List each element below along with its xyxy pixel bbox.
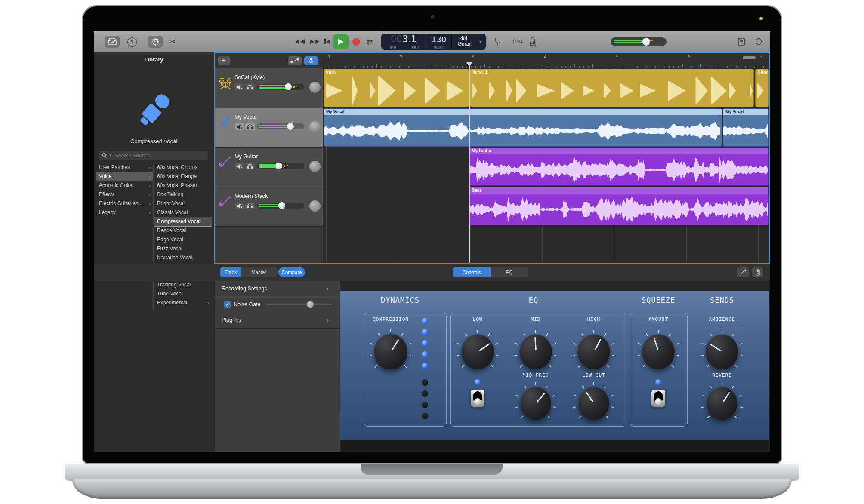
- notepad-button[interactable]: [736, 37, 747, 46]
- preset-item[interactable]: Tube Vocal›: [154, 289, 212, 298]
- pan-knob[interactable]: [309, 161, 321, 172]
- preset-item[interactable]: 60s Vocal Chorus›: [154, 163, 212, 172]
- plugins-view-button[interactable]: [752, 267, 763, 277]
- category-item[interactable]: Voice›: [96, 172, 153, 181]
- pan-knob[interactable]: [309, 82, 321, 93]
- preset-item[interactable]: Classic Vocal›: [154, 208, 212, 217]
- compare-button[interactable]: Compare: [278, 267, 305, 277]
- arrangement-grid[interactable]: Intro Verse 1 Chorus My Vocal: [323, 68, 769, 263]
- track-volume-slider[interactable]: [257, 163, 304, 169]
- master-volume-slider[interactable]: [611, 37, 667, 46]
- track-volume-slider[interactable]: [257, 203, 304, 209]
- eq-power-switch[interactable]: [471, 390, 484, 407]
- search-input[interactable]: [114, 152, 202, 159]
- preset-item[interactable]: Compressed Vocal›: [154, 217, 212, 226]
- volume-thumb[interactable]: [642, 38, 650, 46]
- plug-ins-row[interactable]: Plug-ins ›: [215, 312, 340, 329]
- high-knob[interactable]: [577, 334, 610, 369]
- preset-item[interactable]: Edge Vocal›: [154, 235, 212, 244]
- recording-settings-row[interactable]: Recording Settings ›: [215, 281, 340, 297]
- catch-playhead-button[interactable]: [304, 56, 318, 65]
- track-header-my-guitar[interactable]: My Guitar: [215, 148, 323, 187]
- preset-item[interactable]: Narration Vocal›: [154, 253, 212, 262]
- mute-button[interactable]: [235, 203, 244, 209]
- library-toggle-button[interactable]: [105, 36, 120, 48]
- editor-scissors-button[interactable]: ✂: [167, 37, 177, 47]
- squeeze-power-switch[interactable]: [651, 390, 665, 407]
- amount-knob[interactable]: [642, 334, 675, 369]
- region-bass[interactable]: Bass: [469, 187, 769, 225]
- preset-item[interactable]: Fuzz Vocal›: [154, 244, 212, 253]
- volume-thumb[interactable]: [275, 163, 282, 169]
- preset-item[interactable]: Bright Vocal›: [154, 199, 212, 208]
- play-button[interactable]: [333, 34, 349, 49]
- category-item[interactable]: Electric Guitar an...›: [96, 199, 153, 208]
- tab-master[interactable]: Master: [241, 267, 277, 277]
- pan-knob[interactable]: [309, 200, 321, 212]
- mid-freq-knob[interactable]: [520, 387, 551, 420]
- solo-button[interactable]: [245, 123, 255, 130]
- preset-item[interactable]: Tracking Vocal›: [154, 280, 212, 289]
- noise-gate-slider[interactable]: [266, 304, 331, 305]
- tuner-view-button[interactable]: [737, 267, 749, 277]
- help-button[interactable]: ?: [127, 37, 137, 47]
- solo-button[interactable]: [245, 203, 255, 209]
- preset-item[interactable]: Dance Vocal›: [154, 226, 212, 235]
- category-item[interactable]: Legacy›: [96, 208, 153, 217]
- track-header-my-vocal[interactable]: My Vocal: [215, 108, 323, 148]
- preset-item[interactable]: 60s Vocal Flange›: [154, 172, 212, 181]
- low-cut-knob[interactable]: [578, 387, 609, 420]
- noise-gate-checkbox[interactable]: ✓: [224, 301, 231, 308]
- category-item[interactable]: Effects›: [96, 190, 153, 199]
- region-my-guitar[interactable]: My Guitar: [469, 148, 769, 186]
- region-intro[interactable]: Intro: [324, 69, 469, 107]
- preset-item[interactable]: 60s Vocal Phaser›: [154, 181, 212, 190]
- go-to-beginning-button[interactable]: [324, 38, 331, 45]
- metronome-button[interactable]: [528, 37, 538, 46]
- playhead[interactable]: [469, 62, 470, 263]
- volume-thumb[interactable]: [287, 123, 294, 130]
- mid-knob[interactable]: [519, 334, 552, 369]
- cycle-button[interactable]: ⇄: [364, 37, 375, 46]
- rewind-button[interactable]: [294, 38, 305, 45]
- smart-controls-button[interactable]: [148, 36, 163, 48]
- horizontal-zoom-scrollbar[interactable]: [743, 56, 756, 59]
- track-volume-slider[interactable]: [257, 123, 304, 129]
- tab-controls[interactable]: Controls: [453, 267, 491, 277]
- timeline-ruler[interactable]: 1234567: [323, 53, 769, 69]
- volume-thumb[interactable]: [278, 202, 285, 209]
- tab-track[interactable]: Track: [220, 267, 241, 277]
- track-header-socal[interactable]: SoCal (Kyle): [215, 68, 323, 108]
- region-verse1[interactable]: Verse 1: [470, 69, 754, 107]
- lcd-display[interactable]: 003.1 BAR BEAT 130 TEMPO 4/4 Gmaj ▼: [381, 34, 486, 50]
- tuner-button[interactable]: [493, 37, 503, 46]
- record-button[interactable]: [352, 37, 361, 46]
- lcd-chevron-down-icon[interactable]: ▼: [476, 34, 485, 50]
- mute-button[interactable]: [235, 84, 244, 90]
- noise-gate-thumb[interactable]: [307, 301, 314, 308]
- region-my-vocal-2[interactable]: My Vocal: [723, 108, 769, 147]
- mute-button[interactable]: [235, 123, 244, 130]
- search-sounds-box[interactable]: ▼: [99, 151, 208, 160]
- add-track-button[interactable]: +: [218, 56, 230, 65]
- preset-item[interactable]: Experimental›: [154, 298, 212, 307]
- solo-button[interactable]: [245, 84, 255, 90]
- loop-browser-button[interactable]: [753, 37, 764, 46]
- automation-button[interactable]: [288, 56, 302, 65]
- mute-button[interactable]: [235, 163, 244, 169]
- region-my-vocal-1[interactable]: My Vocal: [324, 108, 722, 147]
- category-item[interactable]: Acoustic Guitar›: [96, 181, 153, 190]
- tab-eq[interactable]: EQ: [491, 267, 528, 277]
- preset-item[interactable]: Box Talking›: [154, 190, 212, 199]
- low-knob[interactable]: [461, 334, 494, 369]
- category-item[interactable]: User Patches›: [96, 163, 153, 172]
- track-header-modern-stack[interactable]: Modern Stack: [215, 187, 323, 227]
- ambience-knob[interactable]: [706, 334, 738, 369]
- region-chorus[interactable]: Chorus: [755, 69, 769, 107]
- compression-knob[interactable]: [374, 334, 407, 370]
- forward-button[interactable]: [309, 38, 320, 45]
- count-in-button[interactable]: 1234: [510, 38, 525, 45]
- pan-knob[interactable]: [309, 121, 321, 132]
- reverb-knob[interactable]: [707, 387, 737, 420]
- volume-thumb[interactable]: [285, 83, 292, 90]
